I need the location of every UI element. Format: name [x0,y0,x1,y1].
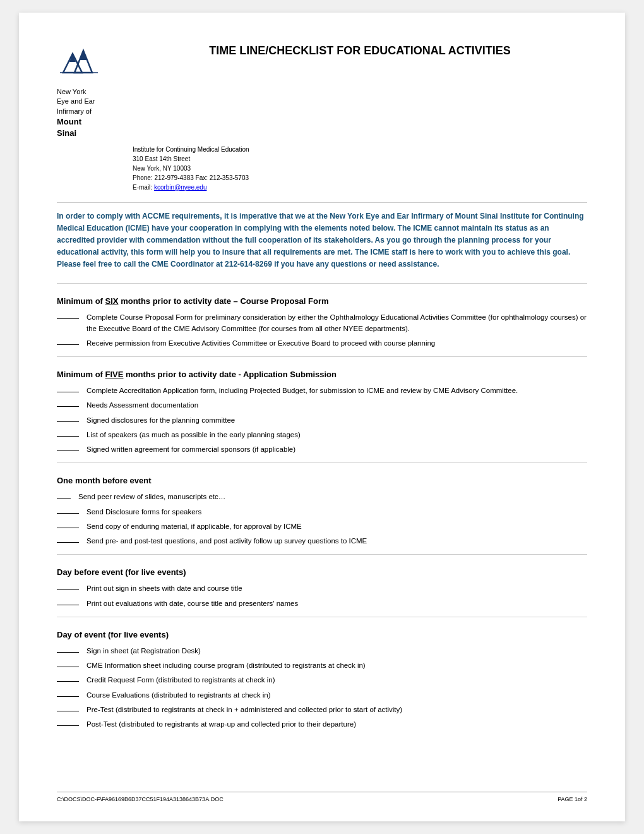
list-item: Sign in sheet (at Registration Desk) [57,646,587,656]
item-text: Signed disclosures for the planning comm… [86,415,587,426]
list-item: Complete Course Proposal Form for prelim… [57,312,587,334]
section-one-month: One month before event Send peer review … [57,476,587,547]
item-text: Receive permission from Executive Activi… [86,338,587,349]
checkbox [57,528,79,528]
item-text: Send pre- and post-test questions, and p… [86,536,587,547]
list-item: Print out evaluations with date, course … [57,598,587,609]
item-text: Needs Assessment documentation [86,400,587,411]
contact-info: Institute for Continuing Medical Educati… [133,145,587,192]
address-line1: 310 East 14th Street [133,154,587,164]
checkbox [57,605,79,605]
checkbox [57,450,79,451]
checkbox [57,318,79,319]
list-item: Complete Accreditation Application form,… [57,385,587,396]
checkbox [57,421,79,422]
checkbox [57,542,79,543]
checkbox [57,344,79,345]
section-six-months: Minimum of SIX months prior to activity … [57,296,587,349]
checkbox [57,406,79,407]
divider-5 [57,617,587,617]
checkbox [57,652,79,653]
item-text: Print out sign in sheets with date and c… [86,583,587,594]
logo-icon [57,38,101,82]
list-item: Credit Request Form (distributed to regi… [57,675,587,686]
header-section: New York Eye and Ear Infirmary of Mount … [57,38,587,140]
email-link[interactable]: kcorbin@nyee.edu [154,184,207,191]
list-item: Send Disclosure forms for speakers [57,507,587,517]
footer-bar: C:\DOCS\DOC-F\FA96169B6D37CC51F194A31386… [57,792,587,802]
item-text: Complete Course Proposal Form for prelim… [86,312,587,334]
checkbox [57,513,79,514]
page-title: TIME LINE/CHECKLIST FOR EDUCATIONAL ACTI… [209,44,511,57]
section-day-of: Day of event (for live events) Sign in s… [57,630,587,730]
list-item: Post-Test (distributed to registrants at… [57,719,587,730]
item-text: Pre-Test (distributed to registrants at … [86,704,587,715]
list-item: Print out sign in sheets with date and c… [57,583,587,594]
divider-4 [57,554,587,555]
checkbox [57,696,79,697]
section-heading-six: Minimum of SIX months prior to activity … [57,296,587,306]
section-heading-day-of: Day of event (for live events) [57,630,587,639]
checkbox [57,667,79,667]
divider-2 [57,356,587,357]
page: New York Eye and Ear Infirmary of Mount … [19,13,625,821]
list-item: Course Evaluations (distributed to regis… [57,690,587,701]
institute-name: Institute for Continuing Medical Educati… [133,145,587,154]
checkbox [57,589,79,590]
divider-3 [57,462,587,463]
list-item: Send peer review of slides, manuscripts … [57,492,587,502]
title-area: TIME LINE/CHECKLIST FOR EDUCATIONAL ACTI… [133,38,587,57]
footer-right: PAGE 1of 2 [558,796,587,802]
list-item: CME Information sheet including course p… [57,660,587,671]
section-heading-one-month: One month before event [57,476,587,485]
item-text: List of speakers (as much as possible in… [86,430,587,440]
divider-1 [57,283,587,284]
checkbox [57,725,79,726]
item-text: Send copy of enduring material, if appli… [86,521,587,532]
item-text: Signed written agreement for commercial … [86,444,587,455]
logo-text: New York Eye and Ear Infirmary of Mount … [57,87,120,140]
intro-paragraph: In order to comply with ACCME requiremen… [57,210,587,271]
divider-top [57,202,587,203]
list-item: Pre-Test (distributed to registrants at … [57,704,587,715]
phone-fax: Phone: 212-979-4383 Fax: 212-353-5703 [133,173,587,183]
item-text: Send peer review of slides, manuscripts … [78,492,587,502]
checkbox [57,681,79,682]
list-item: Signed written agreement for commercial … [57,444,587,455]
item-text: Complete Accreditation Application form,… [86,385,587,396]
checkbox [57,498,71,499]
list-item: Send pre- and post-test questions, and p… [57,536,587,547]
email-label: E-mail: [133,184,154,191]
item-text: Course Evaluations (distributed to regis… [86,690,587,701]
item-text: Credit Request Form (distributed to regi… [86,675,587,686]
section-heading-five: Minimum of FIVE months prior to activity… [57,370,587,379]
checkbox [57,711,79,711]
item-text: CME Information sheet including course p… [86,660,587,671]
section-heading-day-before: Day before event (for live events) [57,567,587,577]
list-item: Needs Assessment documentation [57,400,587,411]
checkbox [57,392,79,392]
address-line2: New York, NY 10003 [133,164,587,173]
item-text: Print out evaluations with date, course … [86,598,587,609]
footer-left: C:\DOCS\DOC-F\FA96169B6D37CC51F194A31386… [57,796,224,802]
item-text: Sign in sheet (at Registration Desk) [86,646,587,656]
list-item: Receive permission from Executive Activi… [57,338,587,349]
list-item: Signed disclosures for the planning comm… [57,415,587,426]
item-text: Post-Test (distributed to registrants at… [86,719,587,730]
section-day-before: Day before event (for live events) Print… [57,567,587,609]
logo-area: New York Eye and Ear Infirmary of Mount … [57,38,120,140]
item-text: Send Disclosure forms for speakers [86,507,587,517]
list-item: List of speakers (as much as possible in… [57,430,587,440]
checkbox [57,436,79,437]
email-line: E-mail: kcorbin@nyee.edu [133,183,587,192]
section-five-months: Minimum of FIVE months prior to activity… [57,370,587,455]
list-item: Send copy of enduring material, if appli… [57,521,587,532]
